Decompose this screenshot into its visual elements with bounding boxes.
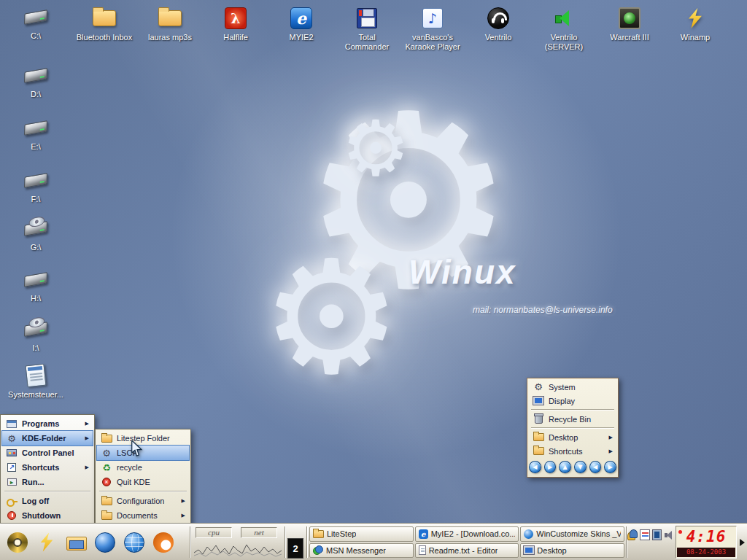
task-button-msn-messenger[interactable]: MSN Messenger bbox=[309, 543, 414, 559]
menu-item-shortcuts[interactable]: Shortcuts bbox=[529, 444, 616, 458]
desktop-icon-myie2[interactable]: MYIE2 bbox=[268, 6, 334, 52]
start-menu: Programs KDE-Folder Control Panel Shortc… bbox=[0, 414, 95, 525]
gear-graphic: ⚙ bbox=[341, 111, 410, 187]
menu-separator bbox=[531, 409, 614, 411]
menu-item-control-panel[interactable]: Control Panel bbox=[2, 446, 93, 460]
menu-item-lscp[interactable]: LSCP bbox=[97, 446, 189, 460]
monitor-icon bbox=[533, 397, 543, 405]
menu-item-system[interactable]: System bbox=[529, 380, 616, 394]
wallpaper-mail: mail: normanbates@ls-universe.info bbox=[473, 305, 613, 315]
monitor-icon bbox=[524, 546, 534, 554]
chart-tray-icon[interactable] bbox=[640, 529, 650, 540]
nav-down-button[interactable]: ▼ bbox=[574, 461, 587, 473]
nav-right-button[interactable]: ▶ bbox=[604, 461, 616, 473]
quick-panel-menu: System Display Recycle Bin Desktop Short… bbox=[527, 378, 619, 478]
ventrilo-server-icon bbox=[553, 7, 575, 29]
cpu-meter-label: cpu bbox=[196, 527, 232, 538]
desktop-icon-ventrilo-server[interactable]: Ventrilo (SERVER) bbox=[531, 6, 597, 52]
total-commander-icon bbox=[357, 8, 377, 28]
gear-icon bbox=[534, 382, 543, 392]
net-meter-label: net bbox=[241, 527, 277, 538]
menu-item-log-off[interactable]: Log off bbox=[2, 494, 93, 508]
menu-item-run[interactable]: Run... bbox=[2, 475, 93, 489]
nav-left-button[interactable]: ◀ bbox=[589, 461, 602, 473]
globe-icon bbox=[524, 529, 533, 539]
folder-icon bbox=[533, 433, 544, 441]
desktop-icon-winamp[interactable]: Winamp bbox=[662, 6, 728, 52]
desktop-icon-drive-e[interactable]: E:\ bbox=[4, 115, 67, 152]
menu-item-kde-folder[interactable]: KDE-Folder bbox=[2, 431, 93, 446]
menu-item-shortcuts[interactable]: Shortcuts bbox=[2, 460, 93, 475]
task-button-desktop[interactable]: Desktop bbox=[520, 543, 624, 559]
file-manager-launcher-icon[interactable] bbox=[66, 532, 86, 553]
users-tray-icon[interactable] bbox=[627, 529, 638, 540]
orb-launcher-icon[interactable] bbox=[95, 532, 115, 553]
task-button-wincustomize[interactable]: WinCustomize Skins _Vi... bbox=[520, 526, 624, 542]
shortcut-arrow-icon bbox=[7, 463, 16, 472]
menu-item-litestep-folder[interactable]: Litestep Folder bbox=[97, 431, 189, 446]
taskbar: cpu net 2 LiteStep MyIE2 - [Download.co.… bbox=[0, 524, 747, 560]
taskbar-divider bbox=[306, 526, 308, 558]
control-panel-icon bbox=[26, 364, 47, 388]
drive-icon bbox=[24, 120, 47, 136]
system-meters: cpu net bbox=[193, 526, 283, 559]
menu-item-recycle[interactable]: recycle bbox=[97, 460, 189, 475]
menu-item-configuration[interactable]: Configuration bbox=[97, 494, 189, 508]
task-button-area: LiteStep MyIE2 - [Download.co... WinCust… bbox=[309, 526, 624, 558]
quit-icon bbox=[102, 478, 111, 486]
desktop-icon-ventrilo[interactable]: Ventrilo bbox=[465, 6, 531, 52]
desktop-icon-bluetooth-inbox[interactable]: Bluetooth Inbox bbox=[71, 6, 137, 52]
display-tray-icon[interactable] bbox=[652, 529, 662, 540]
folder-icon bbox=[93, 10, 116, 26]
nav-up-button[interactable]: ▲ bbox=[559, 461, 571, 473]
winamp-launcher-icon[interactable] bbox=[36, 532, 57, 553]
menu-separator bbox=[99, 491, 187, 492]
desktop-icon-drive-c[interactable]: C:\ bbox=[4, 4, 67, 41]
desktop-icon-total-commander[interactable]: Total Commander bbox=[334, 6, 400, 52]
desktop-icon-systemsteuerung[interactable]: Systemsteuer... bbox=[4, 363, 67, 400]
menu-item-shutdown[interactable]: Shutdown bbox=[2, 508, 93, 523]
clock[interactable]: 4:16 08-24-2003 bbox=[676, 526, 737, 559]
menu-item-programs[interactable]: Programs bbox=[2, 416, 93, 431]
menu-item-recycle-bin[interactable]: Recycle Bin bbox=[529, 412, 616, 426]
warcraft3-icon bbox=[619, 7, 640, 29]
menu-separator bbox=[531, 427, 614, 429]
task-button-myie2[interactable]: MyIE2 - [Download.co... bbox=[415, 526, 519, 542]
menu-separator bbox=[4, 491, 90, 492]
taskbar-divider bbox=[190, 526, 191, 558]
desktop-icon-drive-f[interactable]: F:\ bbox=[4, 168, 67, 204]
desktop-icon-drive-i[interactable]: I:\ bbox=[4, 316, 67, 353]
nav-right-button[interactable]: ▶ bbox=[544, 461, 557, 473]
desktop-icon-drive-d[interactable]: D:\ bbox=[4, 63, 67, 99]
recycle-icon bbox=[102, 463, 111, 472]
gear-graphic: ⚙ bbox=[261, 239, 402, 396]
task-button-litestep[interactable]: LiteStep bbox=[309, 526, 414, 542]
menu-item-documents[interactable]: Documents bbox=[97, 508, 189, 523]
desktop-icon-warcraft3[interactable]: Warcraft III bbox=[597, 6, 662, 52]
cd-drive-icon bbox=[24, 322, 47, 337]
nav-left-button[interactable]: ◀ bbox=[529, 461, 541, 473]
winamp-icon bbox=[684, 7, 706, 29]
browser-launcher-icon[interactable] bbox=[124, 532, 144, 553]
cd-drive-icon bbox=[24, 221, 47, 236]
clock-date: 08-24-2003 bbox=[677, 548, 735, 557]
task-button-readme-editor[interactable]: Readme.txt - Editor bbox=[415, 543, 519, 559]
menu-item-quit-kde[interactable]: Quit KDE bbox=[97, 475, 189, 489]
folder-icon bbox=[533, 447, 544, 455]
desktop-icon-halflife[interactable]: Halflife bbox=[203, 6, 268, 52]
karaoke-icon bbox=[422, 8, 443, 28]
ventrilo-icon bbox=[487, 7, 509, 29]
volume-tray-icon[interactable] bbox=[664, 529, 674, 540]
meter-graph bbox=[194, 540, 282, 559]
menu-item-display[interactable]: Display bbox=[529, 394, 616, 408]
desktop-icon-lauras-mp3s[interactable]: lauras mp3s bbox=[137, 6, 203, 52]
desktop-icon-row: Bluetooth Inbox lauras mp3s Halflife MYI… bbox=[71, 6, 728, 52]
taskbar-overflow-arrow[interactable] bbox=[738, 524, 746, 560]
desktop-icon-drive-g[interactable]: G:\ bbox=[4, 216, 67, 252]
kde-launcher-icon[interactable] bbox=[7, 532, 28, 553]
desktop-icon-vanbasco[interactable]: vanBasco's Karaoke Player bbox=[400, 6, 465, 52]
workspace-indicator[interactable]: 2 bbox=[287, 538, 303, 559]
fox-launcher-icon[interactable] bbox=[153, 532, 174, 553]
menu-item-desktop[interactable]: Desktop bbox=[529, 430, 616, 444]
desktop-icon-drive-h[interactable]: H:\ bbox=[4, 267, 67, 303]
